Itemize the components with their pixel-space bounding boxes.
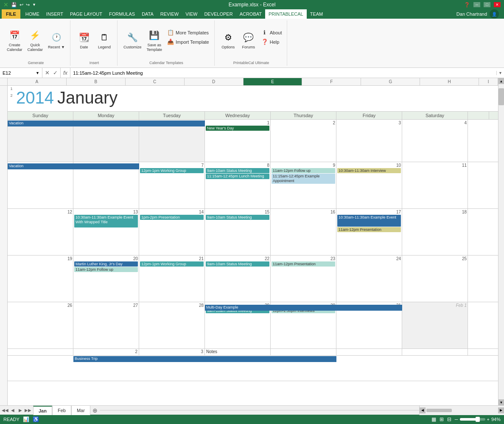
formula-input[interactable]: 11:15am-12:45pm Lunch Meeting — [70, 68, 496, 78]
col-header-e[interactable]: E — [244, 78, 302, 85]
w4-wed[interactable]: 22 9am-10am Status Meeting — [205, 256, 271, 302]
layout-normal-icon[interactable]: ▦ — [431, 416, 436, 422]
h-scroll-right[interactable]: ▶ — [498, 407, 504, 413]
sheet-nav-last[interactable]: ▶▶ — [25, 407, 31, 414]
v-scrollbar[interactable]: ▲ ▼ — [498, 78, 504, 405]
help-button[interactable]: ❓ Help — [260, 38, 284, 46]
quick-calendar-button[interactable]: ⚡ QuickCalendar — [26, 28, 45, 53]
w4-fri[interactable]: 24 — [336, 256, 402, 302]
w2-fri[interactable]: 10 10:30am-11:30am Interview — [336, 162, 402, 208]
options-button[interactable]: ⚙ Options — [219, 30, 238, 51]
col-header-f[interactable]: F — [302, 78, 361, 85]
w2-thu[interactable]: 9 11am-12pm Follow up 11:15am-12:45pm Ex… — [271, 162, 336, 208]
w2-sat[interactable]: 11 — [402, 162, 468, 208]
w4-thu[interactable]: 23 11am-12pm Presentation — [271, 256, 336, 302]
col-header-h[interactable]: H — [420, 78, 479, 85]
sheet-nav-prev[interactable]: ◀ — [9, 407, 16, 414]
w3-wed[interactable]: 15 9am-10am Status Meeting — [205, 209, 271, 255]
quick-access-save[interactable]: 💾 — [11, 2, 17, 8]
review-menu[interactable]: REVIEW — [157, 9, 182, 19]
view-menu[interactable]: VIEW — [182, 9, 201, 19]
w3-thu[interactable]: 16 — [271, 209, 336, 255]
w1-fri[interactable]: 3 — [336, 120, 402, 162]
w3-sat[interactable]: 18 — [402, 209, 468, 255]
sheet-tab-add[interactable]: ⊕ — [90, 406, 100, 415]
col-header-b[interactable]: B — [67, 78, 126, 85]
home-menu[interactable]: HOME — [22, 9, 43, 19]
w5-tue[interactable]: 28 — [139, 302, 205, 348]
sheet-tab-feb[interactable]: Feb — [52, 406, 71, 415]
formulas-menu[interactable]: FORMULAS — [106, 9, 138, 19]
v-scroll-thumb[interactable] — [498, 88, 504, 105]
w4-sun[interactable]: 19 — [8, 256, 73, 302]
zoom-out-btn[interactable]: ─ — [455, 417, 458, 422]
about-button[interactable]: ℹ About — [260, 28, 284, 37]
zoom-slider-thumb[interactable] — [476, 417, 480, 422]
w3-fri[interactable]: 17 10:30am-11:30am Example Event 11am-12… — [336, 209, 402, 255]
save-as-template-button[interactable]: 💾 Save asTemplate — [145, 28, 164, 53]
file-menu[interactable]: FILE — [2, 9, 20, 19]
col-header-d[interactable]: D — [185, 78, 244, 85]
h-scroll-track[interactable] — [426, 409, 497, 412]
zoom-slider[interactable] — [460, 418, 485, 421]
col-header-a[interactable]: A — [8, 78, 67, 85]
w5-mon[interactable]: 27 — [73, 302, 139, 348]
page-layout-menu[interactable]: PAGE LAYOUT — [67, 9, 106, 19]
layout-page-break-icon[interactable]: ⊟ — [447, 416, 451, 422]
legend-button[interactable]: 🗒 Legend — [95, 30, 114, 51]
printablecal-menu[interactable]: PRINTABLECAL — [265, 9, 307, 19]
developer-menu[interactable]: DEVELOPER — [201, 9, 236, 19]
acrobat-menu[interactable]: ACROBAT — [236, 9, 265, 19]
formula-expand[interactable]: ▼ — [496, 71, 504, 75]
w3-tue[interactable]: 14 1pm-2pm Presentation — [139, 209, 205, 255]
formula-confirm[interactable]: ✓ — [52, 70, 59, 76]
restore-button[interactable]: □ — [484, 2, 490, 7]
h-scroll-thumb[interactable] — [426, 409, 452, 412]
team-menu[interactable]: TEAM — [307, 9, 327, 19]
recent-button[interactable]: 🕐 Recent ▼ — [46, 30, 67, 51]
minimize-button[interactable]: ─ — [473, 2, 480, 7]
user-avatar[interactable]: 👤 — [490, 9, 499, 19]
cell-reference-box[interactable]: E12 ▼ — [0, 68, 42, 78]
w5-sat[interactable]: Feb 1 — [402, 302, 468, 348]
w1-wed[interactable]: 1 New Year's Day — [205, 120, 271, 162]
sheet-nav-next[interactable]: ▶ — [17, 407, 24, 414]
h-scroll-left[interactable]: ◀ — [420, 407, 426, 413]
h-scrollbar[interactable]: ◀ ▶ — [419, 406, 504, 415]
forums-button[interactable]: 💬 Forums — [239, 30, 258, 51]
zoom-in-btn[interactable]: + — [487, 417, 490, 422]
w3-sun[interactable]: 12 — [8, 209, 73, 255]
w1-sat[interactable]: 4 — [402, 120, 468, 162]
w4-mon[interactable]: 20 Martin Luther King, Jr's Day 11am-12p… — [73, 256, 139, 302]
customize-button[interactable]: 🔧 Customize — [122, 30, 143, 51]
sheet-nav-first[interactable]: ◀◀ — [2, 407, 8, 414]
data-menu[interactable]: DATA — [138, 9, 157, 19]
col-header-g[interactable]: G — [361, 78, 420, 85]
v-scroll-up[interactable]: ▲ — [498, 78, 504, 84]
v-scroll-down[interactable]: ▼ — [498, 399, 504, 405]
close-button[interactable]: ✕ — [494, 2, 501, 7]
v-scroll-track[interactable] — [498, 84, 504, 399]
w2-tue[interactable]: 7 12pm-1pm Working Group — [139, 162, 205, 208]
help-icon[interactable]: ❓ — [464, 2, 470, 8]
w4-sat[interactable]: 25 — [402, 256, 468, 302]
w4-tue[interactable]: 21 12pm-1pm Working Group — [139, 256, 205, 302]
quick-access-redo[interactable]: ↪ — [26, 2, 30, 8]
layout-page-icon[interactable]: ⊞ — [440, 416, 444, 422]
cell-ref-dropdown[interactable]: ▼ — [36, 71, 39, 75]
date-button[interactable]: 📆 Date — [75, 30, 93, 51]
sheet-tab-mar[interactable]: Mar — [71, 406, 90, 415]
w5-sun[interactable]: 26 — [8, 302, 73, 348]
col-header-i[interactable]: I — [479, 78, 498, 85]
import-template-button[interactable]: 📥 Import Template — [165, 38, 211, 46]
sheet-tab-jan[interactable]: Jan — [33, 406, 52, 415]
w2-wed[interactable]: 8 9am-10am Status Meeting 11:15am-12:45p… — [205, 162, 271, 208]
w1-thu[interactable]: 2 — [271, 120, 336, 162]
quick-access-undo[interactable]: ↩ — [20, 2, 23, 8]
more-templates-button[interactable]: 📋 More Templates — [165, 28, 211, 37]
insert-menu[interactable]: INSERT — [43, 9, 67, 19]
formula-cancel[interactable]: ✕ — [44, 70, 50, 76]
w3-mon[interactable]: 13 10:30am-11:30am Example Event With Wr… — [73, 209, 139, 255]
quick-access-dropdown[interactable]: ▼ — [32, 3, 36, 7]
create-calendar-button[interactable]: 📅 CreateCalendar — [5, 28, 24, 53]
